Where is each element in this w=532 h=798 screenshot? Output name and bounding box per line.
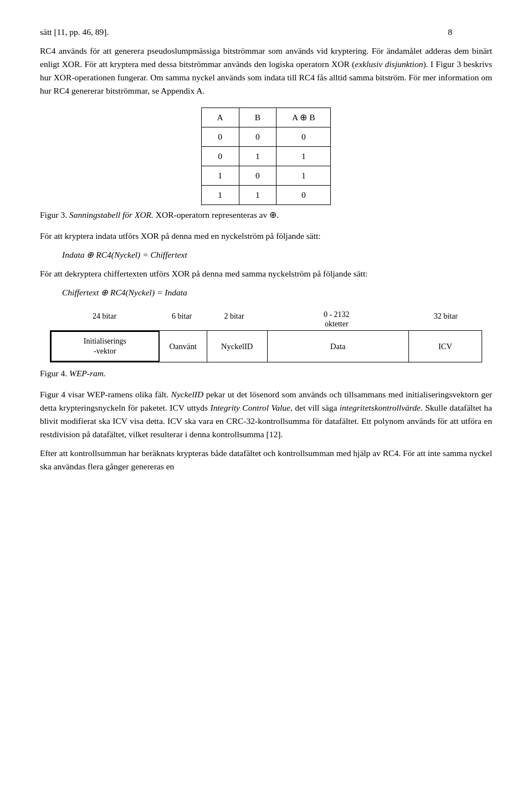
xor-table-wrapper: A B A ⊕ B 0 0 0 0 1 1 1 0 xyxy=(40,108,492,205)
wep-label-32bit: 32 bitar xyxy=(410,310,482,329)
page-content: 8 sätt [11, pp. 46, 89]. RC4 används för… xyxy=(40,25,492,473)
paragraph-satt: sätt [11, pp. 46, 89]. xyxy=(40,25,492,39)
wep-boxes: Initialiserings-vektor Oanvänt NyckelID … xyxy=(50,330,482,362)
wep-box-unused: Oanvänt xyxy=(160,331,207,362)
fig3-caption: Figur 3. Sanningstabell för XOR. XOR-ope… xyxy=(40,208,492,222)
wep-box-data: Data xyxy=(268,331,409,362)
information-text: information xyxy=(438,73,479,82)
paragraph-decrypt: För att dekryptera chiffertexten utförs … xyxy=(40,267,492,280)
paragraph-fig4-desc: Figur 4 visar WEP-ramens olika fält. Nyc… xyxy=(40,388,492,441)
math-encrypt: Indata ⊕ RC4(Nyckel) = Chiffertext xyxy=(62,248,492,262)
fig4-caption: Figur 4. WEP-ram. xyxy=(40,367,492,380)
wep-label-data-range: 0 - 2132oktetter xyxy=(264,310,410,329)
wep-diagram: 24 bitar 6 bitar 2 bitar 0 - 2132oktette… xyxy=(50,310,482,362)
paragraph-rc4: RC4 används för att generera pseudoslump… xyxy=(40,44,492,98)
paragraph-encrypt: För att kryptera indata utförs XOR på de… xyxy=(40,229,492,243)
math-decrypt: Chiffertext ⊕ RC4(Nyckel) = Indata xyxy=(62,286,492,299)
table-row: 1 1 0 xyxy=(201,186,331,205)
wep-labels-top: 24 bitar 6 bitar 2 bitar 0 - 2132oktette… xyxy=(50,310,482,329)
table-row: 1 0 1 xyxy=(201,166,331,186)
page-number: 8 xyxy=(448,25,452,39)
table-row: 0 1 1 xyxy=(201,147,331,166)
col-header-axorb: A ⊕ B xyxy=(277,108,331,127)
table-row: 0 0 0 xyxy=(201,127,331,147)
wep-label-2bit: 2 bitar xyxy=(204,310,264,329)
wep-box-init: Initialiserings-vektor xyxy=(50,331,160,362)
wep-label-24bit: 24 bitar xyxy=(50,310,159,329)
col-header-b: B xyxy=(239,108,276,127)
col-header-a: A xyxy=(201,108,239,127)
xor-truth-table: A B A ⊕ B 0 0 0 0 1 1 1 0 xyxy=(201,108,331,205)
wep-box-icv: ICV xyxy=(409,331,482,362)
wep-box-keyid: NyckelID xyxy=(207,331,268,362)
wep-label-6bit: 6 bitar xyxy=(159,310,204,329)
paragraph-final: Efter att kontrollsumman har beräknats k… xyxy=(40,447,492,473)
